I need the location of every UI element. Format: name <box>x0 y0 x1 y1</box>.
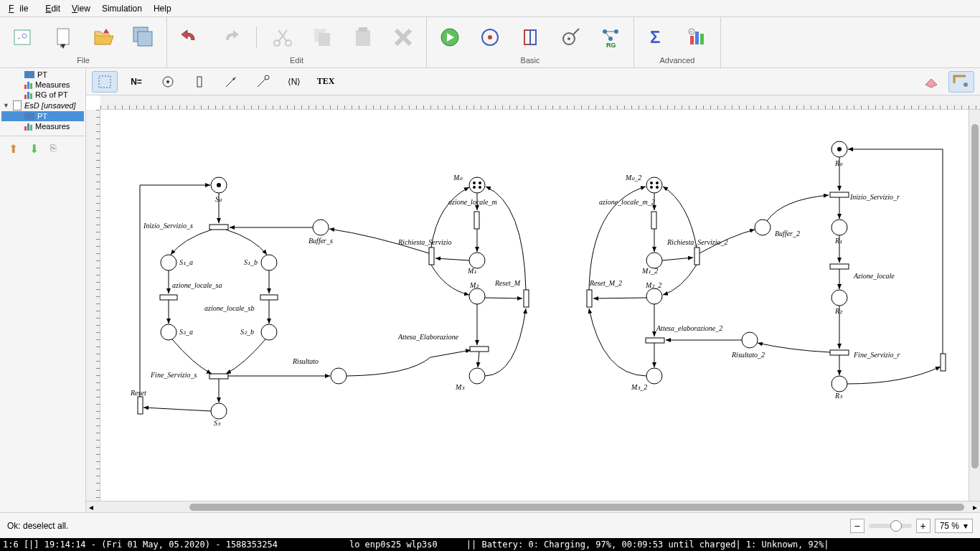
system-taskbar: 1:6 [|] 19:14:14 - (Fri 01 May, 05.2020)… <box>0 538 980 551</box>
svg-point-67 <box>211 403 227 419</box>
svg-text:M₁_2: M₁_2 <box>641 267 658 275</box>
svg-text:S₃: S₃ <box>214 419 221 427</box>
svg-rect-7 <box>138 32 152 46</box>
unfold-button[interactable] <box>516 23 545 52</box>
scrollbar-vertical[interactable] <box>969 110 980 501</box>
svg-point-46 <box>265 75 269 80</box>
svg-marker-4 <box>61 44 65 49</box>
transition-tool[interactable] <box>187 71 212 93</box>
svg-text:M₃: M₃ <box>455 383 465 391</box>
toolbar-label-basic: Basic <box>521 55 540 66</box>
sigma-button[interactable]: Σ <box>643 23 672 52</box>
eraser-tool[interactable] <box>918 71 944 93</box>
svg-text:Buffer_s: Buffer_s <box>308 237 333 245</box>
duplicate-button[interactable]: ⎘ <box>50 142 56 156</box>
paste-button[interactable] <box>349 23 377 52</box>
taskbar-mid: lo enp0s25 wlp3s0 <box>349 540 438 550</box>
svg-line-31 <box>605 32 611 39</box>
select-tool[interactable] <box>92 71 118 93</box>
svg-text:Fine_Servizio_r: Fine_Servizio_r <box>853 351 900 359</box>
svg-rect-122 <box>830 192 849 197</box>
delete-button[interactable] <box>389 23 418 52</box>
svg-text:Σ: Σ <box>650 27 660 47</box>
canvas[interactable]: S₀ Inizio_Servizio_s S₁_a S₁_b azione_lo… <box>100 110 969 501</box>
tree-item-pt-2[interactable]: PT <box>1 111 84 121</box>
zoom-in-button[interactable]: + <box>916 519 930 533</box>
svg-rect-59 <box>260 295 278 300</box>
svg-point-47 <box>963 83 968 87</box>
svg-rect-51 <box>209 225 228 230</box>
tex-tool[interactable]: TEX <box>313 71 339 93</box>
angle-tool[interactable]: ⟨N⟩ <box>281 71 307 93</box>
new-page-button[interactable] <box>49 23 77 52</box>
play-button[interactable] <box>435 23 464 52</box>
menu-file[interactable]: File <box>3 2 39 15</box>
scrollbar-horizontal[interactable]: ◂▸ <box>86 501 980 512</box>
move-up-button[interactable]: ⬆ <box>9 142 18 156</box>
svg-text:S₁_a: S₁_a <box>179 258 193 266</box>
bars-icon <box>24 80 32 89</box>
rg-button[interactable]: RG <box>596 23 625 52</box>
tree-item-esd[interactable]: ▼EsD [unsaved] <box>1 100 84 111</box>
svg-point-97 <box>656 182 659 184</box>
undo-button[interactable] <box>176 23 204 52</box>
menu-view[interactable]: View <box>66 2 96 15</box>
tree-item-pt[interactable]: PT <box>1 70 84 80</box>
menu-edit[interactable]: Edit <box>39 2 66 15</box>
zoom-value[interactable]: 75 %▾ <box>935 519 973 533</box>
copy-button[interactable] <box>308 23 337 52</box>
cut-button[interactable] <box>268 23 297 52</box>
svg-text:Risultato: Risultato <box>292 357 319 365</box>
svg-rect-34 <box>690 36 694 44</box>
svg-text:S₂_a: S₂_a <box>179 328 193 336</box>
svg-point-26 <box>567 37 570 40</box>
svg-text:M₀_2: M₀_2 <box>625 174 641 182</box>
svg-rect-22 <box>524 30 530 44</box>
svg-point-132 <box>831 376 847 392</box>
svg-rect-126 <box>830 264 849 269</box>
tree-item-measures-2[interactable]: Measures <box>1 121 84 131</box>
svg-rect-3 <box>57 29 69 44</box>
zoom-out-button[interactable]: − <box>850 519 864 533</box>
measure-button[interactable] <box>556 23 585 52</box>
move-down-button[interactable]: ⬇ <box>29 142 39 156</box>
menu-simulation[interactable]: Simulation <box>96 2 148 15</box>
new-net-button[interactable]: + <box>9 23 37 52</box>
svg-point-95 <box>646 177 662 193</box>
menu-help[interactable]: Help <box>148 2 177 15</box>
svg-point-63 <box>261 324 277 340</box>
bars-icon <box>24 90 32 99</box>
svg-rect-89 <box>524 290 529 307</box>
token-game-button[interactable] <box>476 23 504 52</box>
svg-point-128 <box>831 290 847 306</box>
tree-item-measures[interactable]: Measures <box>1 80 84 90</box>
redo-button[interactable] <box>216 23 245 52</box>
save-all-button[interactable] <box>129 23 158 52</box>
advanced-chart-button[interactable]: + <box>683 23 712 52</box>
svg-rect-105 <box>694 248 699 265</box>
svg-rect-130 <box>830 350 849 355</box>
open-button[interactable] <box>89 23 118 52</box>
svg-point-98 <box>650 186 653 189</box>
ruler-tool[interactable] <box>948 71 974 93</box>
editor-toolbar: N= ⟨N⟩ TEX <box>86 68 980 95</box>
svg-text:M₂_2: M₂_2 <box>645 281 661 289</box>
petri-net-diagram[interactable]: S₀ Inizio_Servizio_s S₁_a S₁_b azione_lo… <box>100 110 969 483</box>
zoom-slider[interactable] <box>869 524 912 528</box>
svg-text:+: + <box>689 29 693 35</box>
svg-text:+: + <box>17 35 21 42</box>
svg-point-76 <box>473 182 476 184</box>
name-tool[interactable]: N= <box>123 71 149 93</box>
inhibitor-tool[interactable] <box>250 71 275 93</box>
svg-point-120 <box>837 147 842 151</box>
expand-icon[interactable]: ▼ <box>3 102 10 109</box>
svg-point-107 <box>646 288 662 304</box>
menubar: File Edit View Simulation Help <box>0 0 980 17</box>
svg-point-55 <box>261 255 277 270</box>
tree-item-rg[interactable]: RG of PT <box>1 90 84 100</box>
svg-rect-134 <box>941 354 946 371</box>
arc-tool[interactable] <box>218 71 244 93</box>
svg-point-49 <box>217 183 221 187</box>
svg-text:M₂: M₂ <box>469 281 479 289</box>
place-tool[interactable] <box>155 71 181 93</box>
